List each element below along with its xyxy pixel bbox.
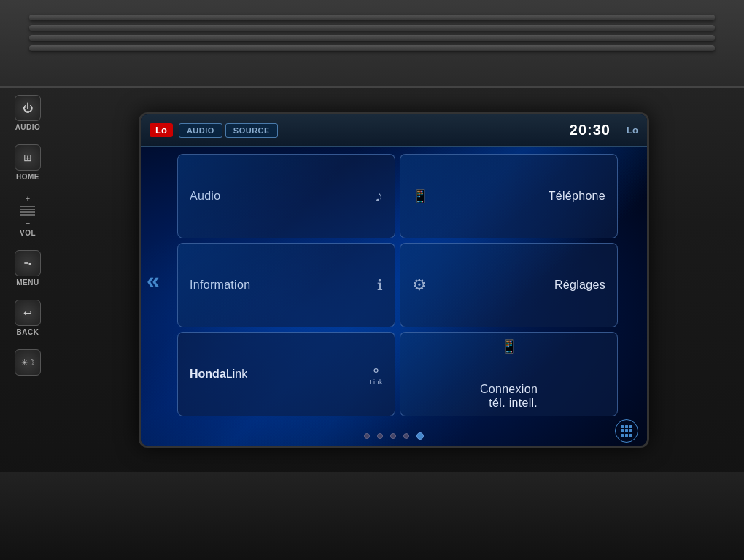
vent-slat [29,15,715,20]
menu-icon: ≡▪ [15,250,41,276]
brightness-button[interactable]: ✳☽ [15,349,41,376]
reglages-menu-button[interactable]: ⚙ Réglages [400,243,618,327]
pagination-dot-5-active[interactable] [416,432,424,440]
vent-slat [29,35,715,41]
lo-badge-right: Lo [627,125,638,136]
side-controls: ⏻ AUDIO ⊞ HOME + − VOL ≡▪ MENU ↩ BACK ✳☽ [15,95,41,376]
panel-bottom [0,472,744,560]
car-panel: ⏻ AUDIO ⊞ HOME + − VOL ≡▪ MENU ↩ BACK ✳☽ [0,0,744,560]
grid-icon [621,425,633,438]
link-label: Link [369,378,383,386]
pagination-dot-3[interactable] [390,433,396,439]
back-icon: ↩ [15,300,41,326]
telephone-menu-label: Téléphone [549,190,605,203]
reglages-menu-label: Réglages [554,279,605,292]
vent-slat [29,25,715,31]
top-vent [0,0,744,88]
pagination-dot-4[interactable] [403,433,409,439]
vent-slat [29,45,715,51]
connexion-text-area: Connexion tél. intell. [480,382,538,410]
honda-bold: Honda [190,368,226,380]
apps-grid-button[interactable] [615,419,638,443]
brightness-icon: ✳☽ [15,349,41,376]
link-icon: ⚬ [371,362,381,378]
information-menu-button[interactable]: Information ℹ [177,243,395,327]
back-label: BACK [17,328,39,336]
audio-music-icon: ♪ [375,187,383,206]
reglages-icon: ⚙ [412,276,427,295]
main-grid: Audio ♪ 📱 Téléphone Information ℹ ⚙ Régl… [141,147,647,424]
telephone-icon: 📱 [412,188,428,204]
hondalink-menu-label: HondaLink [190,368,247,381]
home-label: HOME [16,173,39,181]
top-bar: Lo AUDIO SOURCE 20:30 Lo [141,114,647,147]
pagination-dot-2[interactable] [377,433,383,439]
vol-label: VOL [20,229,36,237]
back-button[interactable]: ↩ BACK [15,300,41,336]
information-icon: ℹ [377,276,383,294]
connexion-line1: Connexion [480,382,538,396]
time-display: 20:30 [570,122,611,139]
connexion-phone-icon: 📱 [501,338,517,354]
screen-bezel: Lo AUDIO SOURCE 20:30 Lo « Audio ♪ [139,112,649,448]
information-menu-label: Information [190,279,250,292]
connexion-line2: tél. intell. [480,396,538,410]
telephone-menu-button[interactable]: 📱 Téléphone [400,154,618,238]
audio-button[interactable]: ⏻ AUDIO [15,95,41,131]
screen: Lo AUDIO SOURCE 20:30 Lo « Audio ♪ [141,114,647,446]
pagination-dots [364,432,424,440]
source-tab[interactable]: SOURCE [225,123,278,138]
audio-tab[interactable]: AUDIO [179,123,222,138]
audio-menu-label: Audio [190,190,220,203]
volume-control[interactable]: + − VOL [20,194,36,237]
hondalink-menu-button[interactable]: HondaLink ⚬ Link [177,332,395,416]
connexion-menu-button[interactable]: 📱 Connexion tél. intell. [400,332,618,416]
home-icon: ⊞ [15,144,41,171]
pagination-dot-1[interactable] [364,433,370,439]
top-bar-tabs: AUDIO SOURCE [179,123,278,138]
audio-icon: ⏻ [15,95,41,121]
menu-label: MENU [16,279,39,287]
back-arrow-button[interactable]: « [147,267,160,294]
hondalink-icon-area: ⚬ Link [369,362,383,386]
audio-label: AUDIO [15,123,41,131]
lo-badge-left: Lo [150,123,173,137]
menu-button[interactable]: ≡▪ MENU [15,250,41,287]
home-button[interactable]: ⊞ HOME [15,144,41,181]
audio-menu-button[interactable]: Audio ♪ [177,154,395,238]
